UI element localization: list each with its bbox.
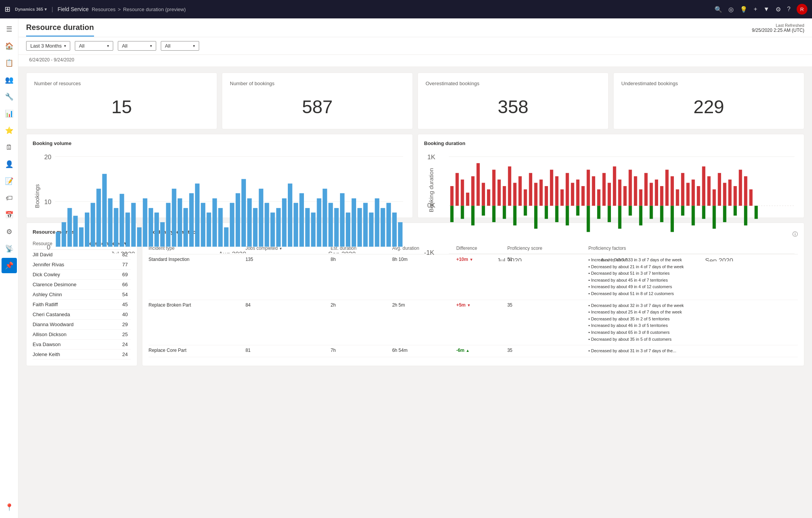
booking-duration-card: Booking duration 1K 0K -1K Booking durat… — [418, 134, 804, 218]
svg-rect-22 — [143, 198, 147, 247]
stat-value-overestimated: 358 — [426, 92, 601, 121]
main-wrapper: Resource duration Last Refreshed 9/25/20… — [18, 18, 812, 518]
svg-rect-21 — [137, 228, 142, 247]
sidebar-extra[interactable]: 📍 — [2, 500, 17, 515]
sidebar-equipment[interactable]: 🔧 — [2, 89, 17, 104]
table-row: Dianna Woodward 29 — [33, 320, 131, 330]
incident-jobs: 81 — [246, 345, 331, 357]
last-refreshed: Last Refreshed 9/25/2020 2:25 AM (UTC) — [752, 23, 804, 37]
svg-rect-47 — [288, 183, 292, 247]
incident-jobs: 84 — [246, 300, 331, 345]
sidebar-resource-active[interactable]: 📌 — [2, 258, 17, 273]
svg-rect-8 — [62, 222, 66, 247]
brand-name[interactable]: Dynamics 365 ▾ — [15, 7, 47, 12]
resource-metrics-table: Resource Jobs completed ▼ Jill David 82 … — [33, 239, 131, 360]
svg-rect-165 — [754, 206, 758, 219]
stat-card-bookings: Number of bookings 587 — [222, 73, 413, 129]
resource-jobs: 25 — [83, 330, 131, 340]
svg-rect-19 — [125, 213, 130, 247]
waffle-icon[interactable]: ⊞ — [5, 5, 10, 13]
svg-rect-56 — [340, 193, 345, 247]
sidebar-people[interactable]: 👤 — [2, 157, 17, 172]
incident-diff: +5m ▼ — [456, 300, 507, 345]
search-icon[interactable]: 🔍 — [715, 6, 722, 13]
sidebar-favorites[interactable]: ⭐ — [2, 123, 17, 138]
svg-rect-117 — [655, 180, 658, 206]
svg-rect-26 — [166, 203, 171, 247]
sidebar-schedule[interactable]: 🗓 — [2, 140, 17, 155]
svg-rect-90 — [513, 183, 517, 206]
last-refreshed-label: Last Refreshed — [752, 23, 804, 28]
sidebar-analytics[interactable]: 📊 — [2, 106, 17, 121]
sidebar-notes[interactable]: 📝 — [2, 173, 17, 189]
sidebar-home[interactable]: 🏠 — [2, 38, 17, 54]
notifications-icon[interactable]: 💡 — [740, 6, 748, 13]
svg-rect-164 — [744, 206, 748, 225]
svg-rect-123 — [687, 183, 690, 206]
filter3-dropdown[interactable]: All ▾ — [161, 41, 199, 51]
booking-volume-title: Booking volume — [33, 140, 406, 146]
breadcrumb-resources[interactable]: Resources — [92, 7, 116, 12]
filter3-label: All — [165, 43, 170, 49]
topbar-separator: | — [51, 6, 53, 12]
svg-rect-96 — [545, 186, 548, 206]
svg-rect-44 — [271, 213, 275, 247]
copilot-icon[interactable]: ◎ — [728, 6, 734, 13]
resource-name: Allison Dickson — [33, 330, 83, 340]
booking-volume-chart: 20 10 0 Bookings — [33, 150, 406, 211]
svg-rect-61 — [369, 213, 374, 247]
page-title: Resource duration — [26, 23, 94, 36]
sidebar-work-orders[interactable]: 📋 — [2, 55, 17, 71]
svg-rect-52 — [317, 198, 322, 247]
svg-rect-23 — [149, 208, 153, 247]
svg-text:Jul 2020: Jul 2020 — [497, 257, 522, 262]
resource-name: Jolene Keith — [33, 350, 83, 360]
svg-rect-64 — [386, 203, 391, 247]
svg-rect-126 — [702, 167, 706, 206]
svg-rect-134 — [744, 176, 748, 206]
svg-rect-34 — [213, 198, 217, 247]
user-icon[interactable]: R — [797, 4, 807, 15]
svg-rect-83 — [477, 163, 480, 206]
topbar-module[interactable]: Field Service — [58, 6, 89, 12]
sidebar-signal[interactable]: 📡 — [2, 241, 17, 256]
filter1-dropdown[interactable]: All ▾ — [75, 41, 113, 51]
filter-icon[interactable]: ▼ — [763, 6, 769, 13]
svg-rect-144 — [534, 206, 538, 229]
svg-rect-140 — [492, 206, 496, 222]
page-header: Resource duration Last Refreshed 9/25/20… — [18, 18, 812, 37]
sidebar-tags[interactable]: 🏷 — [2, 190, 17, 206]
sidebar-hamburger[interactable]: ☰ — [2, 21, 17, 37]
svg-rect-82 — [471, 176, 475, 206]
add-icon[interactable]: + — [754, 6, 757, 13]
svg-text:0: 0 — [47, 244, 50, 251]
resource-jobs: 29 — [83, 320, 131, 330]
svg-rect-139 — [482, 206, 485, 216]
filter2-dropdown[interactable]: All ▾ — [118, 41, 156, 51]
brand-chevron[interactable]: ▾ — [45, 7, 47, 12]
help-icon[interactable]: ? — [787, 6, 791, 13]
stat-label-overestimated: Overestimated bookings — [426, 81, 601, 86]
table-row: Clarence Desimone 66 — [33, 280, 131, 290]
sidebar-calendar[interactable]: 📅 — [2, 207, 17, 223]
sidebar-settings[interactable]: ⚙ — [2, 224, 17, 239]
svg-text:Sep 2020: Sep 2020 — [705, 257, 733, 262]
incident-score: 35 — [507, 345, 588, 357]
stat-label-underestimated: Underestimated bookings — [621, 81, 796, 86]
svg-rect-62 — [375, 198, 380, 247]
svg-text:Bookings: Bookings — [34, 184, 40, 208]
svg-rect-60 — [363, 203, 368, 247]
svg-rect-108 — [607, 183, 611, 206]
svg-rect-25 — [160, 222, 165, 247]
svg-text:1K: 1K — [427, 153, 436, 161]
settings-icon[interactable]: ⚙ — [776, 6, 781, 13]
table-row: Jennifer Rivas 77 — [33, 260, 131, 270]
svg-rect-116 — [650, 183, 653, 206]
sidebar-accounts[interactable]: 👥 — [2, 72, 17, 87]
svg-rect-89 — [508, 167, 512, 206]
svg-rect-63 — [381, 208, 385, 247]
period-dropdown[interactable]: Last 3 Months ▾ — [26, 41, 70, 51]
incident-diff: -6m ▲ — [456, 345, 507, 357]
svg-rect-122 — [681, 173, 685, 206]
svg-rect-9 — [68, 208, 72, 247]
